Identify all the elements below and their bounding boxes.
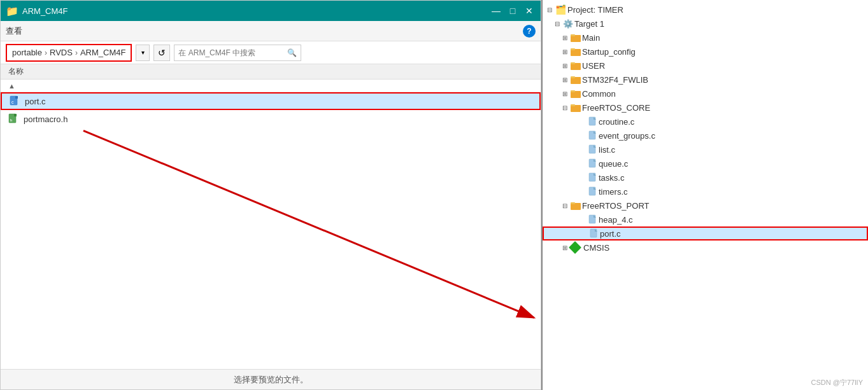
breadcrumb-box[interactable]: portable › RVDS › ARM_CM4F bbox=[6, 44, 132, 62]
svg-rect-9 bbox=[571, 34, 575, 36]
title-bar-controls: — □ ✕ bbox=[490, 6, 536, 16]
file-icon-event-groups bbox=[588, 130, 597, 141]
cmsis-diamond-icon bbox=[569, 241, 581, 254]
tree-item-croutine[interactable]: · croutine.c bbox=[543, 115, 868, 129]
tree-item-cmsis[interactable]: ⊞ CMSIS bbox=[543, 240, 868, 254]
tree-item-user[interactable]: ⊞ USER bbox=[543, 59, 868, 73]
svg-rect-33 bbox=[571, 202, 575, 204]
folder-icon-stm32 bbox=[571, 75, 581, 84]
tree-label-project: Project: TIMER bbox=[567, 5, 623, 15]
tree-label-list: list.c bbox=[599, 145, 615, 155]
folder-icon-main bbox=[571, 33, 581, 42]
project-icon: 🗂️ bbox=[555, 4, 566, 15]
svg-rect-4 bbox=[14, 114, 17, 116]
svg-rect-13 bbox=[571, 62, 575, 64]
tree-item-target1[interactable]: ⊟ ⚙️ Target 1 bbox=[543, 17, 868, 31]
tree-label-stm32: STM32F4_FWLIB bbox=[582, 75, 648, 85]
tree-item-main[interactable]: ⊞ Main bbox=[543, 31, 868, 45]
file-icon-tasks bbox=[588, 172, 597, 183]
name-column-header: 名称 bbox=[8, 66, 24, 77]
help-button[interactable]: ? bbox=[523, 25, 536, 38]
tree-item-freertos-port[interactable]: ⊟ FreeRTOS_PORT bbox=[543, 198, 868, 212]
breadcrumb-part-3: ARM_CM4F bbox=[80, 48, 126, 57]
tree-label-main: Main bbox=[582, 33, 600, 43]
target-icon: ⚙️ bbox=[563, 19, 573, 29]
file-icon-heap4 bbox=[588, 214, 597, 225]
toolbar-left: 查看 bbox=[6, 25, 22, 37]
svg-rect-17 bbox=[571, 90, 575, 92]
title-bar-left: 📁 ARM_CM4F bbox=[6, 5, 68, 17]
expand-icon-freertos-core[interactable]: ⊟ bbox=[560, 103, 569, 112]
tree-label-port-c-right: port.c bbox=[600, 229, 621, 239]
tree-item-tasks[interactable]: · tasks.c bbox=[543, 171, 868, 185]
expand-icon-cmsis[interactable]: ⊞ bbox=[560, 243, 569, 252]
folder-icon-startup bbox=[571, 47, 581, 56]
tree-label-heap4: heap_4.c bbox=[599, 215, 633, 225]
toolbar-label: 查看 bbox=[6, 25, 22, 37]
tree-label-event-groups: event_groups.c bbox=[599, 131, 655, 141]
window-title: ARM_CM4F bbox=[22, 6, 68, 16]
svg-rect-11 bbox=[571, 48, 575, 50]
breadcrumb-part-1: portable bbox=[12, 48, 42, 57]
tree-label-cmsis: CMSIS bbox=[583, 243, 609, 253]
file-name-portmacro: portmacro.h bbox=[24, 115, 68, 124]
tree-item-freertos-core[interactable]: ⊟ FreeRTOS_CORE bbox=[543, 101, 868, 115]
title-bar: 📁 ARM_CM4F — □ ✕ bbox=[1, 1, 541, 21]
tree-label-freertos-core: FreeRTOS_CORE bbox=[582, 103, 650, 113]
svg-text:C: C bbox=[11, 101, 14, 104]
dropdown-button[interactable]: ▾ bbox=[136, 45, 150, 61]
breadcrumb-part-2: RVDS bbox=[50, 48, 73, 57]
tree-label-croutine: croutine.c bbox=[599, 117, 634, 127]
expand-icon-main[interactable]: ⊞ bbox=[560, 33, 569, 42]
maximize-button[interactable]: □ bbox=[506, 6, 519, 16]
file-icon-croutine bbox=[588, 116, 597, 127]
toolbar-row: 查看 ? bbox=[1, 21, 541, 41]
status-bar: 选择要预览的文件。 bbox=[1, 369, 541, 389]
expand-icon-startup[interactable]: ⊞ bbox=[560, 47, 569, 56]
search-input[interactable] bbox=[178, 48, 285, 57]
file-icon-queue bbox=[588, 158, 597, 169]
expand-icon-freertos-port[interactable]: ⊟ bbox=[560, 201, 569, 210]
svg-rect-19 bbox=[571, 104, 575, 106]
search-icon: 🔍 bbox=[287, 48, 297, 57]
tree-item-timers[interactable]: · timers.c bbox=[543, 185, 868, 198]
column-header: 名称 bbox=[1, 64, 541, 80]
svg-rect-1 bbox=[15, 96, 18, 99]
close-button[interactable]: ✕ bbox=[523, 6, 536, 16]
refresh-button[interactable]: ↺ bbox=[153, 45, 170, 61]
expand-icon-stm32[interactable]: ⊞ bbox=[560, 75, 569, 84]
file-name-portc: port.c bbox=[25, 97, 46, 106]
svg-rect-15 bbox=[571, 76, 575, 78]
status-text: 选择要预览的文件。 bbox=[234, 374, 308, 386]
tree-item-heap4[interactable]: · heap_4.c bbox=[543, 212, 868, 226]
svg-text:h: h bbox=[10, 118, 12, 122]
tree-item-list[interactable]: · list.c bbox=[543, 143, 868, 157]
expand-icon-target1[interactable]: ⊟ bbox=[553, 19, 562, 28]
up-arrow-row: ▲ bbox=[1, 80, 541, 92]
up-arrow-icon: ▲ bbox=[8, 82, 15, 90]
breadcrumb-row: portable › RVDS › ARM_CM4F ▾ ↺ 🔍 bbox=[1, 41, 541, 64]
app-icon: 📁 bbox=[6, 5, 18, 17]
tree-item-project[interactable]: ⊟ 🗂️ Project: TIMER bbox=[543, 3, 868, 17]
tree-item-queue[interactable]: · queue.c bbox=[543, 157, 868, 171]
file-icon-portmacro: h bbox=[8, 113, 18, 125]
file-item-portmacro-h[interactable]: h portmacro.h bbox=[1, 110, 541, 128]
tree-label-startup: Startup_config bbox=[582, 47, 636, 57]
folder-icon-freertos-port bbox=[571, 201, 581, 210]
tree-item-common[interactable]: ⊞ Common bbox=[543, 87, 868, 101]
expand-icon-common[interactable]: ⊞ bbox=[560, 89, 569, 98]
search-box[interactable]: 🔍 bbox=[174, 45, 301, 61]
file-icon-timers bbox=[588, 186, 597, 197]
tree-item-stm32[interactable]: ⊞ STM32F4_FWLIB bbox=[543, 73, 868, 87]
expand-icon-project[interactable]: ⊟ bbox=[545, 5, 554, 14]
right-panel: ⊟ 🗂️ Project: TIMER ⊟ ⚙️ Target 1 ⊞ Main… bbox=[541, 0, 868, 390]
watermark: CSDN @宁77lIY bbox=[811, 378, 863, 387]
file-item-port-c[interactable]: C port.c bbox=[1, 92, 541, 110]
tree-label-timers: timers.c bbox=[599, 187, 628, 197]
expand-icon-user[interactable]: ⊞ bbox=[560, 61, 569, 70]
file-icon-port-c-right bbox=[590, 228, 599, 239]
tree-item-event-groups[interactable]: · event_groups.c bbox=[543, 129, 868, 143]
minimize-button[interactable]: — bbox=[490, 6, 502, 16]
tree-item-startup[interactable]: ⊞ Startup_config bbox=[543, 45, 868, 59]
tree-item-port-c-right[interactable]: · port.c bbox=[543, 226, 868, 240]
